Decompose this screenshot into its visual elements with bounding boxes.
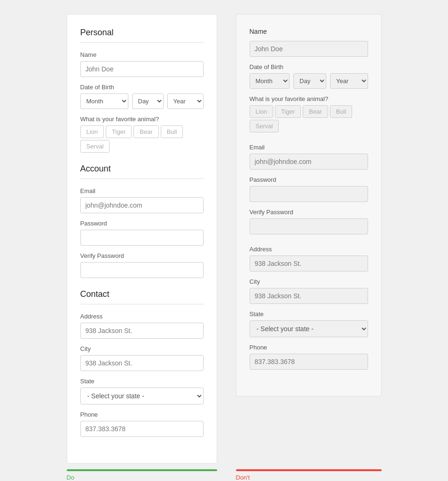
left-city-label: City xyxy=(80,345,204,352)
right-address-input[interactable] xyxy=(250,256,368,272)
right-month-select[interactable]: Month xyxy=(250,73,290,89)
right-name-input[interactable] xyxy=(250,41,368,57)
left-verify-password-input[interactable] xyxy=(80,262,204,278)
left-footer-label: Do xyxy=(67,474,217,481)
right-account-section: Email Password Verify Password xyxy=(250,144,368,234)
right-day-select[interactable]: Day xyxy=(293,73,326,89)
right-footer-label: Don't xyxy=(236,474,382,481)
left-city-input[interactable] xyxy=(80,355,204,371)
right-footer: Don't xyxy=(236,469,382,481)
left-address-label: Address xyxy=(80,313,204,320)
left-form-card: Personal Name Date of Birth Month Januar… xyxy=(67,14,217,464)
left-phone-input[interactable] xyxy=(80,421,204,437)
left-day-select[interactable]: Day xyxy=(132,93,164,109)
right-dob-row: Month Day Year xyxy=(250,73,368,89)
right-verify-password-input[interactable] xyxy=(250,218,368,234)
left-account-title: Account xyxy=(80,164,204,174)
right-name-section: Name Date of Birth Month Day Year What i… xyxy=(250,28,368,132)
left-verify-password-label: Verify Password xyxy=(80,252,204,259)
right-contact-section: Address City State - Select your state -… xyxy=(250,246,368,370)
left-animal-lion[interactable]: Lion xyxy=(80,125,104,138)
left-personal-section: Personal Name Date of Birth Month Januar… xyxy=(80,28,204,153)
account-divider xyxy=(80,178,204,179)
right-animal-buttons: Lion Tiger Bear Bull Serval xyxy=(250,105,368,132)
left-contact-title: Contact xyxy=(80,289,204,299)
right-address-label: Address xyxy=(250,246,368,253)
left-state-select[interactable]: - Select your state - xyxy=(80,388,204,404)
right-animal-serval[interactable]: Serval xyxy=(250,120,279,132)
right-dob-label: Date of Birth xyxy=(250,63,368,70)
left-month-select[interactable]: Month JanuaryFebruaryMarch AprilMayJune … xyxy=(80,93,128,109)
left-email-label: Email xyxy=(80,187,204,194)
left-animal-serval[interactable]: Serval xyxy=(80,140,110,153)
right-year-select[interactable]: Year xyxy=(330,73,368,89)
left-password-label: Password xyxy=(80,220,204,227)
right-phone-label: Phone xyxy=(250,344,368,351)
right-state-select[interactable]: - Select your state - xyxy=(250,320,368,337)
right-city-input[interactable] xyxy=(250,288,368,304)
left-footer-line xyxy=(67,469,217,471)
right-animal-lion[interactable]: Lion xyxy=(250,105,274,118)
left-password-input[interactable] xyxy=(80,230,204,246)
right-animal-label: What is your favorite animal? xyxy=(250,95,368,102)
right-name-label: Name xyxy=(250,28,368,35)
personal-divider xyxy=(80,42,204,43)
right-state-label: State xyxy=(250,310,368,318)
left-year-select[interactable]: Year xyxy=(167,93,204,109)
right-password-label: Password xyxy=(250,176,368,183)
left-contact-section: Contact Address City State - Select your… xyxy=(80,289,204,437)
left-personal-title: Personal xyxy=(80,28,204,38)
left-animal-bull[interactable]: Bull xyxy=(161,125,183,138)
right-email-input[interactable] xyxy=(250,154,368,170)
right-city-label: City xyxy=(250,278,368,285)
left-state-label: State xyxy=(80,378,204,385)
right-animal-tiger[interactable]: Tiger xyxy=(275,105,301,118)
right-password-input[interactable] xyxy=(250,186,368,202)
right-form-card: Name Date of Birth Month Day Year What i… xyxy=(236,14,382,396)
right-animal-bear[interactable]: Bear xyxy=(303,105,328,118)
left-dob-label: Date of Birth xyxy=(80,84,204,91)
left-animal-tiger[interactable]: Tiger xyxy=(106,125,132,138)
left-phone-label: Phone xyxy=(80,411,204,418)
left-name-input[interactable] xyxy=(80,61,204,77)
left-account-section: Account Email Password Verify Password xyxy=(80,164,204,278)
left-email-input[interactable] xyxy=(80,197,204,213)
left-dob-row: Month JanuaryFebruaryMarch AprilMayJune … xyxy=(80,93,204,109)
footer-bar: Do Don't xyxy=(13,469,436,481)
right-footer-line xyxy=(236,469,382,471)
forms-wrapper: Personal Name Date of Birth Month Januar… xyxy=(13,14,436,464)
left-address-input[interactable] xyxy=(80,323,204,339)
right-verify-password-label: Verify Password xyxy=(250,209,368,216)
right-animal-bull[interactable]: Bull xyxy=(330,105,353,118)
right-email-label: Email xyxy=(250,144,368,151)
left-animal-label: What is your favorite animal? xyxy=(80,116,204,123)
left-footer: Do xyxy=(67,469,217,481)
right-phone-input[interactable] xyxy=(250,354,368,370)
left-animal-buttons: Lion Tiger Bear Bull Serval xyxy=(80,125,204,153)
left-name-label: Name xyxy=(80,51,204,58)
left-animal-bear[interactable]: Bear xyxy=(134,125,158,138)
contact-divider xyxy=(80,304,204,304)
